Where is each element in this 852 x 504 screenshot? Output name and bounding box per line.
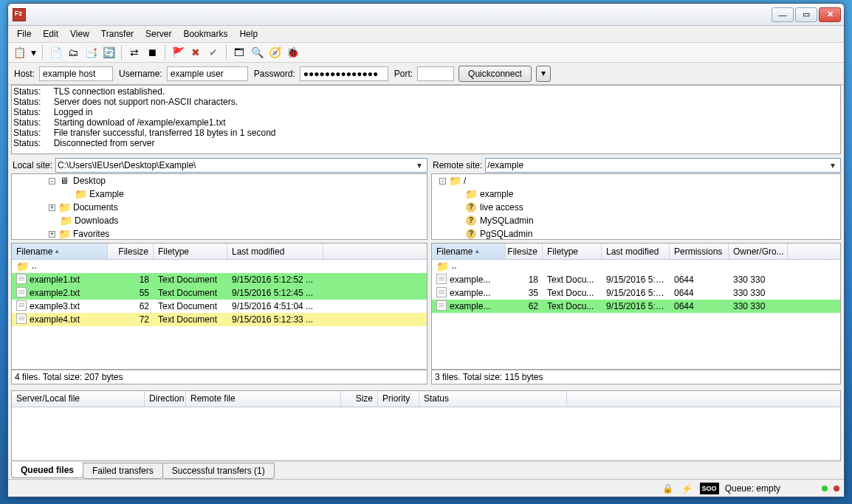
- cell: 📁..: [12, 260, 108, 272]
- remote-file-list[interactable]: Filename ▲FilesizeFiletypeLast modifiedP…: [431, 243, 841, 370]
- menu-file[interactable]: File: [11, 27, 37, 41]
- tree-node[interactable]: 📁Downloads: [12, 214, 427, 227]
- minimize-button[interactable]: —: [772, 7, 794, 22]
- list-item[interactable]: example...35Text Docu...9/15/2016 5:05:.…: [432, 286, 840, 300]
- tree-node[interactable]: +📁Favorites: [12, 227, 427, 240]
- local-file-list[interactable]: Filename ▲FilesizeFiletypeLast modified📁…: [11, 243, 427, 370]
- tree-node[interactable]: ?live access: [432, 201, 840, 214]
- menu-bookmarks[interactable]: Bookmarks: [177, 27, 233, 41]
- cell: [602, 266, 670, 267]
- queue-tab[interactable]: Successful transfers (1): [162, 463, 275, 479]
- password-input[interactable]: [300, 66, 388, 81]
- column-header[interactable]: Last modified: [602, 244, 670, 259]
- expand-toggle[interactable]: +: [49, 204, 55, 211]
- menu-transfer[interactable]: Transfer: [95, 27, 140, 41]
- queue-header[interactable]: Server/Local fileDirectionRemote fileSiz…: [12, 391, 840, 407]
- column-header[interactable]: Filename ▲: [432, 244, 506, 259]
- compare-button[interactable]: 🗔: [231, 44, 247, 61]
- splitter-queue[interactable]: [8, 384, 844, 387]
- host-input[interactable]: [39, 66, 113, 81]
- menu-help[interactable]: Help: [233, 27, 264, 41]
- cell: [543, 266, 602, 267]
- column-header[interactable]: Status: [419, 391, 567, 407]
- cancel-button[interactable]: ⏹: [144, 44, 160, 61]
- message-log[interactable]: Status: TLS connection established.Statu…: [11, 85, 841, 154]
- column-header[interactable]: Remote file: [186, 391, 341, 407]
- column-header[interactable]: Filesize: [108, 244, 154, 259]
- quickconnect-button[interactable]: Quickconnect: [458, 66, 532, 82]
- tree-node[interactable]: -📁/: [432, 174, 840, 187]
- toggle-log-button[interactable]: 📄: [47, 44, 63, 61]
- column-header[interactable]: Permissions: [670, 244, 729, 259]
- site-manager-dropdown[interactable]: ▾: [29, 44, 38, 61]
- column-header[interactable]: Direction: [145, 391, 186, 407]
- site-manager-button[interactable]: 📋: [11, 44, 27, 61]
- check-button[interactable]: ✔: [205, 44, 221, 61]
- column-header[interactable]: Filetype: [543, 244, 602, 259]
- column-header[interactable]: Filename ▲: [12, 244, 108, 259]
- cell: Text Document: [154, 274, 227, 286]
- tree-node[interactable]: ?PgSQLadmin: [432, 227, 840, 240]
- cell: 9/15/2016 5:12:33 ...: [227, 314, 323, 325]
- cell: [227, 266, 323, 267]
- queue-tab[interactable]: Failed transfers: [83, 463, 163, 479]
- refresh-button[interactable]: 🔄: [100, 44, 117, 61]
- tree-node[interactable]: 📁example: [432, 187, 840, 201]
- column-header[interactable]: Filetype: [154, 244, 227, 259]
- port-input[interactable]: [417, 66, 454, 81]
- column-header[interactable]: Last modified: [227, 244, 323, 259]
- mode-indicator[interactable]: SOO: [700, 483, 719, 494]
- quickconnect-icon[interactable]: ⚡: [681, 483, 694, 494]
- expand-toggle[interactable]: -: [49, 178, 55, 184]
- local-path-combo[interactable]: C:\Users\IEUser\Desktop\Example\ ▾: [55, 158, 427, 173]
- filter-button[interactable]: 🧭: [267, 44, 283, 61]
- remote-tree[interactable]: -📁/📁example?live access?MySQLadmin?PgSQL…: [431, 173, 841, 240]
- maximize-button[interactable]: ▭: [795, 7, 817, 22]
- column-header[interactable]: Filesize: [506, 244, 543, 259]
- menu-server[interactable]: Server: [140, 27, 177, 41]
- local-tree[interactable]: -🖥Desktop📁Example+📁Documents📁Downloads+📁…: [11, 173, 427, 240]
- search-button[interactable]: 🔍: [249, 44, 265, 61]
- disconnect-button[interactable]: ✖: [188, 44, 204, 61]
- list-item[interactable]: example3.txt62Text Document9/15/2016 4:5…: [12, 300, 427, 313]
- close-button[interactable]: ✕: [819, 7, 841, 22]
- expand-toggle[interactable]: -: [439, 178, 446, 184]
- list-header[interactable]: Filename ▲FilesizeFiletypeLast modified: [12, 244, 427, 260]
- remote-path-combo[interactable]: /example ▾: [485, 158, 841, 173]
- column-header[interactable]: Size: [341, 391, 378, 407]
- process-queue-button[interactable]: ⇄: [126, 44, 142, 61]
- cell: [154, 266, 227, 267]
- lock-icon[interactable]: 🔒: [662, 483, 675, 494]
- cell: Text Document: [154, 300, 227, 312]
- expand-toggle[interactable]: +: [49, 231, 55, 238]
- list-item[interactable]: example1.txt18Text Document9/15/2016 5:1…: [12, 273, 427, 286]
- username-input[interactable]: [167, 66, 248, 81]
- list-header[interactable]: Filename ▲FilesizeFiletypeLast modifiedP…: [432, 244, 840, 260]
- column-header[interactable]: Server/Local file: [12, 391, 145, 407]
- folder-icon: 📁: [75, 189, 86, 199]
- tree-node[interactable]: 📁Example: [12, 187, 427, 201]
- cell: 18: [506, 274, 543, 286]
- queue-body[interactable]: [12, 407, 840, 460]
- column-header[interactable]: Priority: [378, 391, 419, 407]
- toggle-queue-button[interactable]: 📑: [83, 44, 99, 61]
- bugs-button[interactable]: 🐞: [284, 44, 300, 61]
- list-item[interactable]: example...18Text Docu...9/15/2016 5:05:.…: [432, 273, 840, 286]
- list-item[interactable]: example2.txt55Text Document9/15/2016 5:1…: [12, 286, 427, 300]
- list-item[interactable]: example...62Text Docu...9/15/2016 5:05:.…: [432, 300, 840, 313]
- tree-node[interactable]: ?MySQLadmin: [432, 214, 840, 227]
- menu-view[interactable]: View: [64, 27, 95, 41]
- list-item[interactable]: 📁..: [432, 260, 840, 273]
- list-item[interactable]: 📁..: [12, 260, 427, 273]
- tree-node[interactable]: -🖥Desktop: [12, 174, 427, 187]
- column-header[interactable]: Owner/Gro...: [729, 244, 788, 259]
- quickconnect-dropdown[interactable]: ▾: [536, 66, 551, 82]
- cell: 9/15/2016 4:51:04 ...: [227, 300, 323, 312]
- queue-tab[interactable]: Queued files: [11, 462, 83, 478]
- reconnect-button[interactable]: 🚩: [170, 44, 186, 61]
- tree-node[interactable]: +📁Documents: [12, 201, 427, 214]
- list-item[interactable]: example4.txt72Text Document9/15/2016 5:1…: [12, 313, 427, 326]
- menu-edit[interactable]: Edit: [37, 27, 64, 41]
- toggle-tree-button[interactable]: 🗂: [65, 44, 81, 61]
- titlebar[interactable]: — ▭ ✕: [8, 4, 844, 26]
